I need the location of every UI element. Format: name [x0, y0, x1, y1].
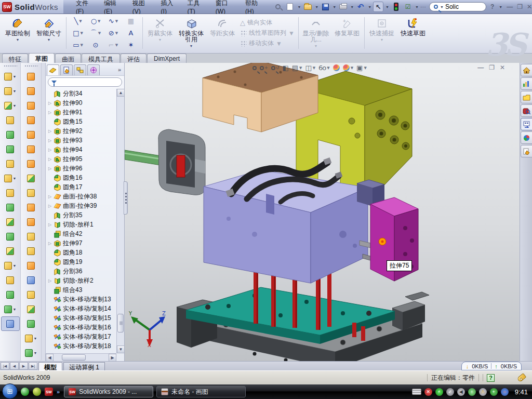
section-view-icon[interactable]: ◧ [282, 64, 288, 72]
mold-toolbar-icon-5[interactable] [22, 127, 41, 142]
new-document-icon[interactable] [285, 2, 295, 12]
tab-评估[interactable]: 评估 [121, 54, 147, 63]
feature-manager-tab[interactable] [47, 64, 59, 75]
features-toolbar-icon-17[interactable]: ▼ [1, 302, 20, 316]
next-tab-icon[interactable]: ▶ [19, 362, 28, 370]
doc-minimize-icon[interactable]: — [477, 64, 484, 71]
tool-dropdown-icon[interactable]: ▼ [13, 308, 17, 311]
features-toolbar-icon-14[interactable]: ▼ [1, 258, 20, 273]
line-tool-icon[interactable]: ╲▼ [69, 15, 87, 27]
rebuild-traffic-light-icon[interactable] [391, 2, 401, 12]
last-tab-icon[interactable]: ▶| [29, 362, 37, 370]
scroll-left-icon[interactable]: ◀ [46, 354, 54, 362]
tree-item[interactable]: ▷拉伸96 [48, 164, 116, 173]
features-toolbar-icon-18[interactable] [1, 316, 20, 331]
smart-dimension-dropdown[interactable]: ▼ [47, 37, 51, 43]
tree-item[interactable]: 分割34 [48, 89, 116, 98]
display-style-icon[interactable]: ◫▼ [305, 64, 315, 72]
tab-特征[interactable]: 特征 [2, 54, 28, 63]
graphics-viewport[interactable]: +↺◧▤▼◫▼6o▼▼▣▼ — ❐ ✕ 拉伸75 Y Z X [125, 63, 520, 361]
sketch-dropdown[interactable]: ▼ [16, 37, 20, 43]
toolbar-drag-handle[interactable] [4, 65, 17, 68]
zune-icon[interactable] [33, 388, 41, 396]
tree-vertical-scrollbar[interactable]: ▲ ▼ [116, 89, 124, 353]
doc-restore-icon[interactable]: ❐ [489, 64, 495, 71]
tab-模具工具[interactable]: 模具工具 [82, 54, 120, 63]
doc-close-icon[interactable]: ✕ [500, 64, 505, 71]
tree-item[interactable]: 实体-移动/复制15 [48, 313, 116, 323]
tree-item[interactable]: 实体-移动/复制14 [48, 304, 116, 313]
rapid-sketch-button[interactable]: 快速草图 [397, 15, 429, 51]
tree-item[interactable]: 圆角18 [48, 248, 116, 257]
features-toolbar-icon-13[interactable] [1, 244, 20, 258]
help-icon[interactable]: ? [490, 3, 494, 10]
tool-dropdown-icon[interactable]: ▼ [34, 337, 37, 340]
tree-item[interactable]: ▷曲面-拉伸38 [48, 192, 116, 201]
tree-item[interactable]: ▷拉伸90 [48, 98, 116, 108]
mold-toolbar-icon-20[interactable]: ▼ [22, 345, 41, 360]
tree-item[interactable]: 实体-移动/复制18 [48, 341, 116, 351]
convert-entities-button[interactable]: 转换实体引用 ▼ [176, 15, 207, 51]
tool-dropdown-icon[interactable]: ▼ [13, 104, 17, 108]
solidworks-launcher-icon[interactable]: SW [45, 388, 53, 396]
features-toolbar-icon-8[interactable]: ▼ [1, 171, 20, 185]
tree-item[interactable]: ▷切除-放样1 [48, 220, 116, 229]
mold-toolbar-icon-1[interactable] [22, 69, 41, 84]
mold-toolbar-icon-15[interactable] [22, 273, 41, 287]
tool-dropdown-icon[interactable]: ▼ [13, 177, 17, 180]
tree-item[interactable]: ▷拉伸91 [48, 108, 116, 117]
network-warning-icon[interactable]: ⚠ [479, 388, 487, 396]
help-dropdown[interactable]: ▼ [499, 5, 502, 9]
expand-arrow-icon[interactable]: ▷ [48, 204, 52, 208]
print-dropdown[interactable]: ▼ [350, 5, 354, 9]
undo-dropdown[interactable]: ▼ [368, 5, 371, 9]
expand-arrow-icon[interactable]: ▷ [48, 129, 52, 134]
mold-toolbar-icon-17[interactable] [22, 302, 41, 316]
features-toolbar-icon-10[interactable] [1, 200, 20, 215]
mold-toolbar-icon-7[interactable] [22, 156, 41, 171]
tree-item[interactable]: 实体-移动/复制16 [48, 323, 116, 332]
view-orientation-icon[interactable]: ▤▼ [292, 64, 302, 72]
security-shield-icon[interactable]: ⚡ [435, 388, 443, 396]
features-toolbar-icon-11[interactable] [1, 215, 20, 229]
expand-arrow-icon[interactable]: ▷ [48, 278, 52, 283]
view-settings-icon[interactable]: ▣▼ [356, 64, 367, 72]
mold-toolbar-icon-10[interactable] [22, 200, 41, 215]
spline-tool-icon[interactable]: ∿▼ [104, 15, 122, 27]
mold-toolbar-icon-8[interactable] [22, 171, 41, 185]
taskbar-window-button[interactable]: 未命名 - 画图 [156, 386, 246, 397]
design-library-tab[interactable] [521, 91, 532, 103]
previous-view-icon[interactable]: ↺ [271, 65, 280, 70]
tree-item[interactable]: 圆角16 [48, 173, 116, 182]
features-toolbar-icon-4[interactable] [1, 113, 20, 127]
tree-item[interactable]: 圆角17 [48, 182, 116, 192]
polygon-tool-icon[interactable]: ⊙ [87, 39, 104, 51]
keyboard-layout-icon[interactable] [412, 389, 421, 395]
sketch-fillet-tool-icon[interactable]: ⌐▼ [104, 39, 122, 51]
mold-toolbar-icon-9[interactable] [22, 185, 41, 200]
expand-arrow-icon[interactable]: ▷ [48, 194, 52, 199]
edit-appearance-icon[interactable] [333, 64, 340, 71]
sync-up-icon[interactable]: ↑ [468, 388, 476, 396]
custom-properties-tab[interactable] [521, 145, 532, 157]
dimxpert-manager-tab[interactable] [87, 64, 100, 75]
features-toolbar-icon-2[interactable]: ▼ [1, 84, 20, 98]
tab-曲面[interactable]: 曲面 [55, 54, 81, 63]
select-dropdown[interactable]: ▼ [385, 5, 389, 9]
features-toolbar-icon-15[interactable] [1, 273, 20, 287]
expand-arrow-icon[interactable]: ▷ [48, 222, 52, 227]
toolbar-drag-handle[interactable] [24, 65, 38, 68]
scroll-right-icon[interactable]: ▶ [109, 354, 116, 362]
open-folder-icon[interactable] [302, 2, 313, 12]
select-region-tool-icon[interactable]: ▦ [122, 15, 140, 27]
expand-arrow-icon[interactable]: ▷ [48, 157, 52, 162]
close-icon[interactable]: ✕ [527, 3, 532, 10]
open-dropdown[interactable]: ▼ [315, 5, 318, 9]
tree-item[interactable]: ▷拉伸97 [48, 238, 116, 248]
mold-toolbar-icon-4[interactable] [22, 113, 41, 127]
smart-dimension-button[interactable]: 智能尺寸 ▼ [33, 15, 64, 51]
expand-arrow-icon[interactable]: ▷ [48, 241, 52, 246]
tab-DimXpert[interactable]: DimXpert [147, 54, 187, 63]
home-tab[interactable] [521, 64, 532, 76]
tree-item[interactable]: ▷切除-放样2 [48, 276, 116, 285]
